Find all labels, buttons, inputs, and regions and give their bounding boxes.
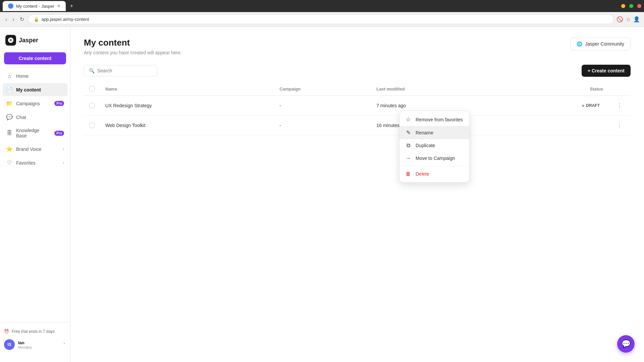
home-icon: ⌂ [6,73,13,79]
row-checkbox-1[interactable] [89,103,95,108]
search-icon: 🔍 [89,68,95,73]
trash-icon: 🗑 [405,171,412,177]
sidebar-create-button[interactable]: Create content [4,52,66,64]
create-content-button[interactable]: + Create content [582,65,631,77]
address-text: app.jasper.ai/my-content [42,17,89,22]
context-menu: ☆ Remove from favorites ✎ Rename ⧉ Dupli… [399,111,470,183]
minimize-button[interactable] [621,4,625,8]
sidebar-label-campaigns: Campaigns [16,101,51,106]
context-menu-item-rename[interactable]: ✎ Rename [399,126,469,139]
community-button-label: Jasper Community [585,41,624,47]
eye-slash-icon: 🚫 [616,16,623,22]
brand-voice-icon: ⭐ [6,146,13,152]
window-controls [621,4,641,8]
context-menu-item-remove-favorites[interactable]: ☆ Remove from favorites [399,113,469,126]
tab-title: My content - Jasper [16,4,54,9]
bookmark-icon[interactable]: ☆ [626,16,631,22]
campaign-column-header: Campaign [274,82,371,96]
brand-voice-chevron-icon: › [63,147,64,152]
trial-text: Free trial ends in 7 days [12,329,55,334]
incognito-icon: 👤 [633,16,640,22]
knowledge-base-pro-badge: Pro [54,131,64,136]
context-menu-label-duplicate: Duplicate [416,143,435,148]
row-checkbox-cell-2 [84,116,100,135]
sidebar-item-knowledge-base[interactable]: 🗄 Knowledge Base Pro [3,124,67,142]
context-menu-item-delete[interactable]: 🗑 Delete [399,168,469,180]
user-name: Ian [18,340,59,345]
name-column-header: Name [100,82,274,96]
user-info: Ian Moodjoy [18,340,59,349]
sidebar-item-home[interactable]: ⌂ Home [3,70,67,82]
row-name-1[interactable]: UX Redesign Strategy [100,96,274,116]
sidebar-item-campaigns[interactable]: 📁 Campaigns Pro [3,97,67,110]
tab-close-button[interactable]: ✕ [57,4,60,8]
app-wrapper: Jasper Create content ⌂ Home 📄 My conten… [0,27,644,362]
back-button[interactable]: ‹ [4,15,8,24]
context-menu-label-rename: Rename [416,130,433,135]
select-all-checkbox[interactable] [89,86,95,92]
browser-titlebar: My content - Jasper ✕ + [0,0,644,12]
chat-icon: 💬 [6,114,13,120]
user-avatar: IS [4,339,15,350]
user-menu-chevron-icon: ⌃ [63,342,66,347]
row-actions-button-2[interactable]: ⋮ [614,120,625,130]
jasper-community-button[interactable]: 🌐 Jasper Community [570,38,631,50]
sidebar-footer: ⏰ Free trial ends in 7 days IS Ian Moodj… [0,322,70,357]
restore-button[interactable] [629,4,633,8]
page-title-section: My content Any content you have created … [84,38,182,55]
sidebar-item-my-content[interactable]: 📄 My content [3,83,67,96]
search-input[interactable] [97,68,153,73]
sidebar-item-favorites[interactable]: ♡ Favorites › [3,156,67,169]
browser-chrome: My content - Jasper ✕ + ‹ › ↻ 🔒 app.jasp… [0,0,644,27]
clock-icon: ⏰ [4,329,9,334]
context-menu-item-move-campaign[interactable]: → Move to Campaign [399,152,469,165]
favorites-icon: ♡ [6,160,13,166]
row-campaign-1: - [274,96,371,116]
main-content: My content Any content you have created … [70,27,644,362]
context-menu-divider [399,166,469,166]
row-status-cell-1: DRAFT [501,96,608,116]
sidebar-label-my-content: My content [16,87,64,93]
browser-tab[interactable]: My content - Jasper ✕ [3,1,66,11]
forward-button[interactable]: › [11,15,15,24]
sidebar-label-home: Home [16,73,64,79]
row-actions-cell-1: ⋮ [608,96,631,116]
row-actions-cell-2: ⋮ [608,116,631,135]
close-button[interactable] [637,4,641,8]
search-box[interactable]: 🔍 [84,65,158,76]
page-header: My content Any content you have created … [84,38,631,55]
content-table: Name Campaign Last modified Status UX Re… [84,82,631,135]
sidebar-label-knowledge-base: Knowledge Base [16,128,51,138]
content-toolbar: 🔍 + Create content [84,65,631,77]
context-menu-label-delete: Delete [416,171,429,177]
address-bar[interactable]: 🔒 app.jasper.ai/my-content [28,14,614,24]
page-subtitle: Any content you have created will appear… [84,50,182,55]
context-menu-label-remove-favorites: Remove from favorites [416,117,463,122]
status-text-1: DRAFT [586,103,600,108]
row-actions-button-1[interactable]: ⋮ [614,101,625,111]
chat-bubble-button[interactable]: 💬 [617,335,635,353]
reload-button[interactable]: ↻ [18,15,25,24]
add-tab-button[interactable]: + [70,3,73,10]
sidebar-label-chat: Chat [16,115,64,120]
browser-toolbar: ‹ › ↻ 🔒 app.jasper.ai/my-content 🚫 ☆ 👤 [0,12,644,27]
sidebar-item-chat[interactable]: 💬 Chat [3,111,67,124]
row-checkbox-cell [84,96,100,116]
context-menu-item-duplicate[interactable]: ⧉ Duplicate [399,139,469,152]
status-badge-1: DRAFT [579,102,603,109]
row-name-2[interactable]: Web Design Toolkit [100,116,274,135]
edit-icon: ✎ [405,129,412,136]
actions-column-header [608,82,631,96]
select-all-header [84,82,100,96]
jasper-logo-text: Jasper [19,37,38,44]
status-dot-icon [582,105,584,107]
sidebar-user[interactable]: IS Ian Moodjoy ⌃ [4,337,66,353]
duplicate-icon: ⧉ [405,142,412,148]
row-checkbox-2[interactable] [89,123,95,128]
sidebar-item-brand-voice[interactable]: ⭐ Brand Voice › [3,142,67,156]
context-menu-label-move-campaign: Move to Campaign [416,156,455,161]
page-title: My content [84,38,182,48]
knowledge-base-icon: 🗄 [6,130,13,136]
favorites-chevron-icon: › [63,161,64,165]
table-row: Web Design Toolkit - 16 minutes ago ⋮ [84,116,631,135]
